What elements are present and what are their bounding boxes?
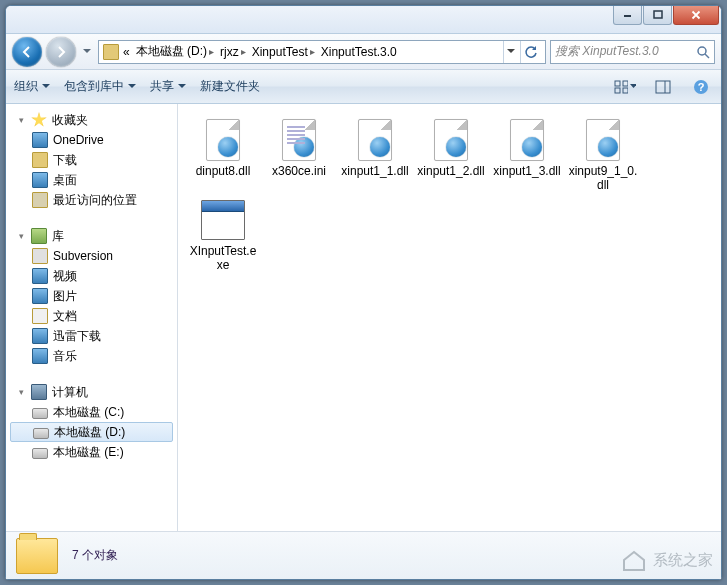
crumb-xinputtest[interactable]: XinputTest▸ — [250, 45, 317, 59]
sidebar-item-drive-c[interactable]: 本地磁盘 (C:) — [10, 402, 177, 422]
close-button[interactable] — [673, 6, 719, 25]
toolbar-label: 新建文件夹 — [200, 78, 260, 95]
nav-label: 下载 — [53, 152, 77, 169]
dll-icon — [510, 119, 544, 161]
preview-pane-button[interactable] — [651, 76, 675, 98]
svg-rect-4 — [615, 81, 620, 86]
file-xinputtest-exe[interactable]: XInputTest.exe — [186, 198, 260, 272]
folder-icon — [103, 44, 119, 60]
body: ▾收藏夹 OneDrive 下载 桌面 最近访问的位置 ▾库 Subversio… — [6, 104, 721, 531]
crumb-overflow: « — [123, 45, 130, 59]
computer-icon — [31, 384, 47, 400]
address-dropdown[interactable] — [503, 41, 518, 63]
file-label: xinput1_1.dll — [341, 164, 408, 178]
file-xinput13[interactable]: xinput1_3.dll — [490, 118, 564, 192]
sidebar-item-desktop[interactable]: 桌面 — [10, 170, 177, 190]
svg-point-2 — [698, 47, 706, 55]
svg-line-3 — [705, 54, 709, 58]
chevron-right-icon[interactable]: ▸ — [241, 46, 246, 57]
crumb-rjxz[interactable]: rjxz▸ — [218, 45, 248, 59]
share-menu[interactable]: 共享 — [150, 78, 186, 95]
computer-group: ▾计算机 本地磁盘 (C:) 本地磁盘 (D:) 本地磁盘 (E:) — [10, 382, 177, 462]
toolbar: 组织 包含到库中 共享 新建文件夹 ? — [6, 70, 721, 104]
nav-label: 最近访问的位置 — [53, 192, 137, 209]
library-icon — [31, 228, 47, 244]
folder-icon — [16, 538, 58, 574]
sidebar-item-onedrive[interactable]: OneDrive — [10, 130, 177, 150]
sidebar-item-drive-e[interactable]: 本地磁盘 (E:) — [10, 442, 177, 462]
drive-icon — [32, 408, 48, 419]
file-dinput8[interactable]: dinput8.dll — [186, 118, 260, 192]
status-text: 7 个对象 — [72, 547, 118, 564]
maximize-button[interactable] — [643, 6, 672, 25]
back-button[interactable] — [12, 37, 42, 67]
new-folder-button[interactable]: 新建文件夹 — [200, 78, 260, 95]
help-button[interactable]: ? — [689, 76, 713, 98]
sidebar-item-drive-d[interactable]: 本地磁盘 (D:) — [10, 422, 173, 442]
nav-label: 图片 — [53, 288, 77, 305]
drive-icon — [32, 448, 48, 459]
file-label: XInputTest.exe — [187, 244, 259, 272]
svg-rect-8 — [656, 81, 670, 93]
collapse-icon[interactable]: ▾ — [16, 231, 26, 241]
crumb-label: XinputTest.3.0 — [321, 45, 397, 59]
file-label: xinput1_2.dll — [417, 164, 484, 178]
toolbar-label: 共享 — [150, 78, 174, 95]
titlebar[interactable] — [6, 6, 721, 34]
libraries-header[interactable]: ▾库 — [10, 226, 177, 246]
chevron-right-icon[interactable]: ▸ — [310, 46, 315, 57]
nav-label: 计算机 — [52, 384, 88, 401]
computer-header[interactable]: ▾计算机 — [10, 382, 177, 402]
sidebar-item-recent[interactable]: 最近访问的位置 — [10, 190, 177, 210]
nav-pane[interactable]: ▾收藏夹 OneDrive 下载 桌面 最近访问的位置 ▾库 Subversio… — [6, 104, 178, 531]
file-label: x360ce.ini — [272, 164, 326, 178]
sidebar-item-pictures[interactable]: 图片 — [10, 286, 177, 306]
nav-label: 音乐 — [53, 348, 77, 365]
folder-icon — [32, 152, 48, 168]
file-xinput12[interactable]: xinput1_2.dll — [414, 118, 488, 192]
sidebar-item-videos[interactable]: 视频 — [10, 266, 177, 286]
nav-label: 收藏夹 — [52, 112, 88, 129]
file-list[interactable]: dinput8.dll x360ce.ini xinput1_1.dll xin… — [178, 104, 721, 531]
dll-icon — [586, 119, 620, 161]
view-mode-button[interactable] — [613, 76, 637, 98]
nav-label: 本地磁盘 (E:) — [53, 444, 124, 461]
collapse-icon[interactable]: ▾ — [16, 387, 26, 397]
document-icon — [32, 308, 48, 324]
crumb-current[interactable]: XinputTest.3.0 — [319, 45, 399, 59]
search-input[interactable]: 搜索 XinputTest.3.0 — [550, 40, 715, 64]
crumb-drive[interactable]: 本地磁盘 (D:)▸ — [134, 43, 216, 60]
sidebar-item-documents[interactable]: 文档 — [10, 306, 177, 326]
favorites-header[interactable]: ▾收藏夹 — [10, 110, 177, 130]
organize-menu[interactable]: 组织 — [14, 78, 50, 95]
file-xinput910[interactable]: xinput9_1_0.dll — [566, 118, 640, 192]
minimize-button[interactable] — [613, 6, 642, 25]
crumb-label: XinputTest — [252, 45, 308, 59]
sidebar-item-xunlei[interactable]: 迅雷下载 — [10, 326, 177, 346]
forward-button[interactable] — [46, 37, 76, 67]
svg-rect-1 — [654, 11, 662, 18]
sidebar-item-music[interactable]: 音乐 — [10, 346, 177, 366]
file-x360ce[interactable]: x360ce.ini — [262, 118, 336, 192]
crumb-prev[interactable]: « — [121, 45, 132, 59]
file-xinput11[interactable]: xinput1_1.dll — [338, 118, 412, 192]
address-bar[interactable]: « 本地磁盘 (D:)▸ rjxz▸ XinputTest▸ XinputTes… — [98, 40, 546, 64]
chevron-right-icon[interactable]: ▸ — [209, 46, 214, 57]
search-icon — [696, 45, 710, 59]
crumb-label: 本地磁盘 (D:) — [136, 43, 207, 60]
nav-label: OneDrive — [53, 133, 104, 147]
sidebar-item-downloads[interactable]: 下载 — [10, 150, 177, 170]
statusbar: 7 个对象 — [6, 531, 721, 579]
file-label: dinput8.dll — [196, 164, 251, 178]
sidebar-item-subversion[interactable]: Subversion — [10, 246, 177, 266]
collapse-icon[interactable]: ▾ — [16, 115, 26, 125]
nav-history-dropdown[interactable] — [80, 40, 94, 64]
video-icon — [32, 268, 48, 284]
refresh-button[interactable] — [520, 41, 541, 63]
svg-rect-6 — [615, 88, 620, 93]
nav-label: 桌面 — [53, 172, 77, 189]
nav-label: 库 — [52, 228, 64, 245]
crumb-label: rjxz — [220, 45, 239, 59]
nav-label: 文档 — [53, 308, 77, 325]
include-in-library-menu[interactable]: 包含到库中 — [64, 78, 136, 95]
